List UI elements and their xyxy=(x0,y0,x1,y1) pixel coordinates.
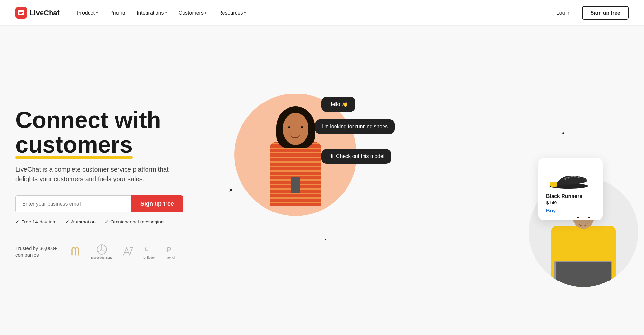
svg-point-10 xyxy=(568,177,570,178)
unilever-icon: U xyxy=(144,244,154,255)
hero-left: Connect with customers LiveChat is a com… xyxy=(15,108,215,259)
chat-bubble-query: I'm looking for running shoes xyxy=(315,119,395,134)
check-icon-automation: ✓ xyxy=(65,219,69,224)
product-name: Black Runners xyxy=(546,193,595,199)
chat-bubble-hello: Hello 👋 xyxy=(321,97,355,112)
trusted-section: Trusted by 36,000+ companies Mercedes-Be… xyxy=(15,244,215,259)
shoe-icon xyxy=(548,166,590,189)
paypal-icon: P xyxy=(165,244,175,255)
hero-heading: Connect with customers xyxy=(15,108,215,157)
logo[interactable]: LiveChat xyxy=(15,7,60,19)
resources-chevron-icon: ▾ xyxy=(244,11,246,15)
hero-subtext: LiveChat is a complete customer service … xyxy=(15,164,183,184)
svg-rect-8 xyxy=(550,182,557,187)
badge-omnichannel: ✓ Omnichannel messaging xyxy=(105,219,164,224)
svg-rect-1 xyxy=(19,12,23,13)
product-card: Black Runners $149 Buy xyxy=(538,158,603,220)
badge-trial: ✓ Free 14-day trial xyxy=(15,219,56,224)
brand-logos: Mercedes-Benz U Unilever xyxy=(70,244,175,259)
mercedes-icon xyxy=(96,244,108,255)
check-icon-trial: ✓ xyxy=(15,219,19,224)
mcdonalds-logo xyxy=(70,246,81,257)
logo-icon xyxy=(15,7,27,19)
svg-text:U: U xyxy=(145,246,149,252)
nav-product[interactable]: Product ▾ xyxy=(72,7,102,18)
decorative-cross: ✕ xyxy=(229,187,233,193)
trusted-label: Trusted by 36,000+ companies xyxy=(15,245,57,258)
nav-resources[interactable]: Resources ▾ xyxy=(214,7,251,18)
decorative-dot xyxy=(562,132,564,134)
product-chevron-icon: ▾ xyxy=(96,11,98,15)
hero-signup-button[interactable]: Sign up free xyxy=(131,195,183,212)
decorative-dot xyxy=(325,239,326,240)
nav-links: Product ▾ Pricing Integrations ▾ Custome… xyxy=(72,7,551,18)
product-price: $149 xyxy=(546,200,595,205)
adobe-logo xyxy=(123,246,133,257)
nav-pricing[interactable]: Pricing xyxy=(105,7,130,18)
login-button[interactable]: Log in xyxy=(551,7,576,18)
chat-bubble-response: Hi! Check out this model xyxy=(321,149,391,164)
svg-point-12 xyxy=(574,176,576,177)
adobe-icon xyxy=(123,246,133,257)
mercedes-logo: Mercedes-Benz xyxy=(91,244,112,259)
product-image xyxy=(546,164,591,190)
mcdonalds-icon xyxy=(70,246,81,257)
hero-right: ✕ xyxy=(215,87,629,281)
paypal-logo: P PayPal xyxy=(165,244,175,259)
navbar-signup-button[interactable]: Sign up free xyxy=(582,6,629,20)
svg-point-13 xyxy=(578,176,579,178)
svg-point-11 xyxy=(571,176,573,177)
hero-section: Connect with customers LiveChat is a com… xyxy=(0,26,644,335)
integrations-chevron-icon: ▾ xyxy=(165,11,167,15)
nav-integrations[interactable]: Integrations ▾ xyxy=(132,7,172,18)
navbar: LiveChat Product ▾ Pricing Integrations … xyxy=(0,0,644,26)
nav-customers[interactable]: Customers ▾ xyxy=(174,7,211,18)
customers-chevron-icon: ▾ xyxy=(205,11,207,15)
badge-automation: ✓ Automation xyxy=(65,219,96,224)
svg-rect-2 xyxy=(19,13,22,14)
hero-badges: ✓ Free 14-day trial ✓ Automation ✓ Omnic… xyxy=(15,219,215,224)
check-icon-omnichannel: ✓ xyxy=(105,219,109,224)
svg-text:P: P xyxy=(166,246,171,254)
email-form: Sign up free xyxy=(15,195,183,212)
email-input[interactable] xyxy=(15,195,131,212)
unilever-logo: U Unilever xyxy=(143,244,155,259)
brand-name: LiveChat xyxy=(30,9,60,17)
nav-right: Log in Sign up free xyxy=(551,6,629,20)
product-buy-button[interactable]: Buy xyxy=(546,208,595,214)
svg-point-9 xyxy=(565,178,566,180)
hero-heading-customers: customers xyxy=(15,133,133,157)
